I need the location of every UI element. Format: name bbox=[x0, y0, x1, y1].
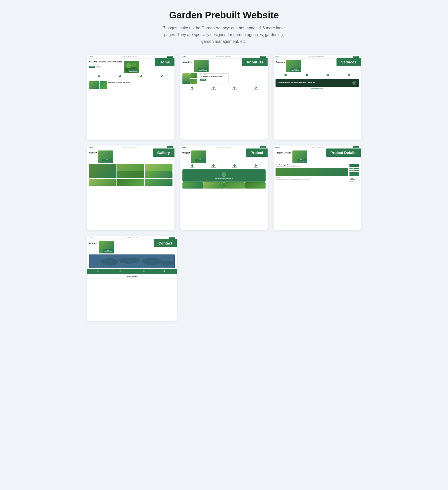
form-field-firstname[interactable] bbox=[89, 278, 132, 279]
icon-item-2: 🌱 Landscape Design bbox=[110, 75, 130, 79]
icon-circle-3: 🍃 bbox=[140, 75, 142, 77]
project-images-row bbox=[180, 182, 268, 189]
page-header: Garden Prebuilt Website 7 pages make up … bbox=[5, 10, 443, 45]
page-description: 7 pages make up the Garden Agency: one h… bbox=[159, 25, 289, 45]
nav-link-services: Services bbox=[128, 56, 131, 57]
contact-map bbox=[89, 254, 175, 268]
section-desc: We create beautiful outdoor spaces for a… bbox=[108, 83, 132, 84]
about-project-label: About Project bbox=[276, 177, 348, 178]
mini-site-contact: Garden. Home About Services Project Gall… bbox=[87, 236, 177, 321]
pd-title: Tree Trimming & Gardening bbox=[276, 164, 348, 166]
mini-site-services: Garden. Home About Services Project Gall… bbox=[274, 55, 361, 140]
hero-heading: Creating Beautiful Outdoor Spaces bbox=[89, 61, 122, 63]
about-project-text: Garden ornate premium website simply dum… bbox=[276, 179, 348, 180]
preview-card-services[interactable]: Services Garden. Home About Services Pro… bbox=[274, 55, 361, 140]
gallery-img-7 bbox=[117, 179, 144, 186]
icon-circle-1: 🌿 bbox=[98, 75, 100, 77]
svc-3: 🍃 Land Maintenance bbox=[318, 74, 338, 77]
project-banner-label: Green Project bbox=[185, 172, 263, 173]
contact-email-item: ✉️ hello@company.com bbox=[141, 270, 146, 274]
mini-logo-home: Garden. bbox=[89, 56, 93, 57]
form-row-1 bbox=[89, 278, 175, 279]
pd-tag-3: Tree Planting bbox=[349, 168, 359, 169]
preview-card-contact[interactable]: Contact Garden. Home About Services Proj… bbox=[87, 236, 177, 321]
pd-dl-2: Download Index 2 bbox=[349, 175, 359, 176]
about-hero-text: Home - About Us About Us bbox=[182, 60, 192, 64]
project-badge-circle: 🌿 bbox=[222, 173, 226, 177]
project-green-banner: Green Project 🌿 We Do Some Big Projects bbox=[182, 169, 266, 182]
leaf-icon: 🌿 bbox=[353, 82, 355, 84]
contact-form: Send us Message bbox=[87, 274, 177, 281]
mini-site-project-details: Garden. Home About Services Project Gall… bbox=[274, 146, 361, 230]
mini-nav-links-about: Home About Services Project Gallery bbox=[216, 56, 230, 57]
about-hero-heading: About Us bbox=[182, 61, 192, 64]
services-hero-heading: Services bbox=[276, 61, 285, 64]
about-icon-1: 🌿 Water Garden bbox=[182, 87, 203, 90]
services-breadcrumb: Home - Services bbox=[276, 60, 285, 61]
gallery-hero-img: 1000+ Online Complete bbox=[98, 150, 113, 163]
pd-content: Tree Trimming & Gardening Garden ornate … bbox=[274, 163, 361, 185]
icon-circle-2: 🌱 bbox=[119, 75, 121, 77]
mini-logo-about: Garden. bbox=[182, 56, 187, 57]
pd-info-box: Project Information Project: Plant LTD L… bbox=[349, 177, 359, 184]
pd-main: Tree Trimming & Gardening Garden ornate … bbox=[276, 164, 348, 184]
about-mid-section: Welcome to the Garden By Creating an Out… bbox=[180, 72, 268, 85]
mini-site-about: Garden. Home About Services Project Gall… bbox=[180, 55, 268, 140]
location-icon: 📍 bbox=[120, 270, 121, 272]
preview-card-project[interactable]: Project Garden. Home About Services Proj… bbox=[180, 146, 268, 230]
nav-link-gallery: Gallery bbox=[135, 56, 137, 57]
card-label-contact: Contact bbox=[154, 239, 177, 247]
icon-label-1: Water Garden bbox=[89, 78, 109, 79]
gallery-img-8 bbox=[145, 179, 172, 186]
about-img-sq2 bbox=[190, 79, 197, 84]
svg-point-5 bbox=[161, 261, 173, 266]
contact-hero-img: 1000+ Online Complete bbox=[99, 241, 114, 253]
contact-phone: 📞 (207) 555-0100 (208) 555-0105 bbox=[96, 270, 100, 274]
stat-badge: 1000+ Online Complete bbox=[128, 69, 138, 72]
gallery-img-3 bbox=[145, 164, 172, 171]
hero-text: Creating Beautiful Outdoor Spaces Profes… bbox=[89, 61, 122, 68]
hero-image: 1000+ Online Complete bbox=[124, 61, 139, 73]
about-learn-btn: Learn More bbox=[200, 79, 206, 81]
pd-desc: Garden ornate premium website simply dum… bbox=[276, 166, 348, 167]
proj-img-1 bbox=[182, 182, 203, 189]
card-label-about: About Us bbox=[242, 58, 268, 66]
gallery-img-4 bbox=[117, 171, 144, 178]
project-hero-img: 1000+ Online Complete bbox=[191, 150, 206, 163]
gallery-img-5 bbox=[145, 171, 172, 178]
about-img-col bbox=[190, 73, 197, 84]
preview-card-project-details[interactable]: Project Details Garden. Home About Servi… bbox=[274, 146, 361, 230]
preview-card-about[interactable]: About Us Garden. Home About Services Pro… bbox=[180, 55, 268, 140]
pd-hero-text: Home - Project Details Project Details bbox=[276, 150, 291, 155]
contact-hours-days: Friday, Saturday - Sunday bbox=[161, 273, 168, 273]
mini-site-gallery: Garden. Home About Services Project Gall… bbox=[87, 146, 174, 230]
services-hero-img: 1000+ Online Complete bbox=[286, 60, 301, 72]
dark-banner-heading: Extend Your Home With A Beautiful Garden… bbox=[278, 82, 315, 84]
home-bottom-section: By Creating an Outdoor Environment We cr… bbox=[87, 80, 174, 90]
card-label-gallery: Gallery bbox=[153, 148, 174, 157]
phone-icon: 📞 bbox=[97, 270, 99, 272]
hero-desc: Professionally designed garden solutions bbox=[89, 64, 122, 65]
svg-point-3 bbox=[118, 258, 141, 264]
stat-label: Online Complete bbox=[129, 71, 137, 72]
preview-card-home[interactable]: Home Garden. Home About Services Project… bbox=[87, 55, 174, 140]
services-hero-text: Home - Services Services bbox=[276, 60, 285, 64]
contact-address-item: 📍 4450 Fancher Rd, Ellensburg, New Munst… bbox=[115, 270, 126, 274]
about-icon-4: 🌸 Plant Solutions bbox=[246, 87, 266, 90]
preview-card-gallery[interactable]: Gallery Garden. Home About Services Proj… bbox=[87, 146, 174, 230]
home-icons-row: 🌿 Water Garden 🌱 Landscape Design 🍃 Land… bbox=[87, 74, 174, 80]
about-breadcrumb: Home - About Us bbox=[182, 60, 192, 61]
about-icon-3: 🍃 Land Maintenance bbox=[224, 87, 245, 90]
about-icon-2: 🌱 Landscape Design bbox=[203, 87, 224, 90]
icon-item-3: 🍃 Land Maintenance bbox=[131, 75, 151, 79]
hero-btn1: Get Started bbox=[89, 66, 95, 68]
nav-link-about: About bbox=[125, 56, 127, 57]
form-field-email[interactable] bbox=[132, 278, 175, 279]
services-stat-badge: 1000+ Online Complete bbox=[290, 68, 300, 72]
about-img-group bbox=[182, 73, 197, 84]
gallery-hero-text: Home - Gallery Gallery bbox=[89, 150, 97, 155]
pd-tag-4: Landscape Ready bbox=[349, 170, 359, 171]
pd-info-row-4: Year: 2022 - NY bbox=[350, 183, 358, 183]
contact-hours-item: 🕐 Our Timetable - 08:00 & 3PM Friday, Sa… bbox=[161, 270, 168, 274]
gallery-grid bbox=[87, 163, 174, 187]
